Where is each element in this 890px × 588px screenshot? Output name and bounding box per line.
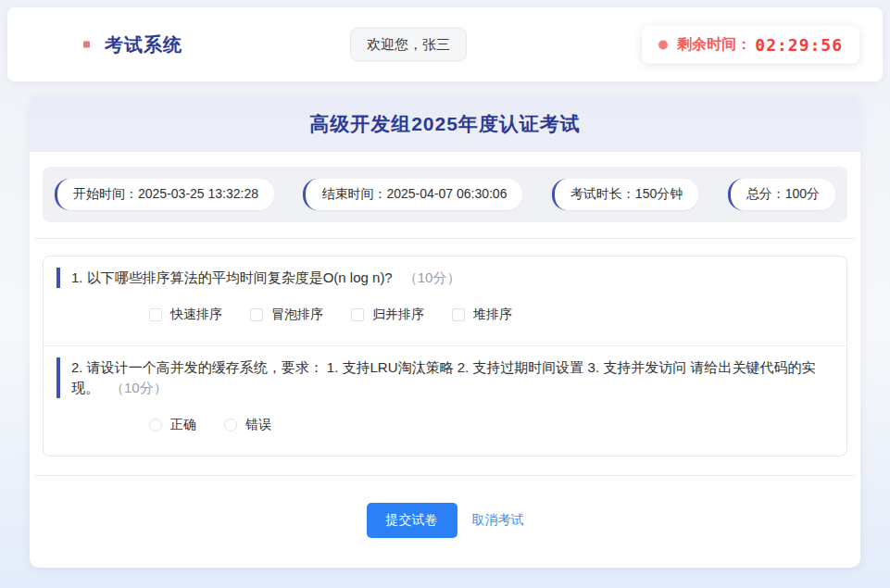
question-2-title: 2. 请设计一个高并发的缓存系统，要求： 1. 支持LRU淘汰策略 2. 支持过… [56,357,824,398]
brand: 考试系统 [83,32,182,57]
logo-icon [83,42,90,48]
option-label[interactable]: 快速排序 [170,307,222,323]
remaining-time-card: 剩余时间： 02:29:56 [642,26,859,64]
app-header: 考试系统 欢迎您，张三 剩余时间： 02:29:56 [7,7,883,81]
exam-card: 高级开发组2025年度认证考试 开始时间：2025-03-25 13:32:28… [30,95,860,568]
question-2-score: （10分） [110,380,168,395]
radio-option-wrong[interactable]: 错误 [224,417,271,433]
checkbox-option-bubblesort[interactable]: 冒泡排序 [250,307,323,323]
checkbox-icon[interactable] [351,308,364,321]
question-2-options: 正确 错误 [149,417,824,433]
exam-meta-bar: 开始时间：2025-03-25 13:32:28 结束时间：2025-04-07… [43,167,847,222]
option-label[interactable]: 错误 [245,417,271,433]
checkbox-option-heapsort[interactable]: 堆排序 [452,307,512,323]
meta-total-score: 总分：100分 [728,179,835,210]
question-1-options: 快速排序 冒泡排序 归并排序 堆排序 [149,307,824,323]
checkbox-icon[interactable] [149,308,162,321]
timer-label: 剩余时间： [677,35,751,55]
option-label[interactable]: 冒泡排序 [271,307,323,323]
option-label[interactable]: 归并排序 [372,307,424,323]
question-1: 1. 以下哪些排序算法的平均时间复杂度是O(n log n)?（10分） 快速排… [44,256,846,345]
question-1-title: 1. 以下哪些排序算法的平均时间复杂度是O(n log n)?（10分） [56,268,824,288]
app-title: 考试系统 [105,32,182,57]
checkbox-icon[interactable] [250,308,263,321]
meta-duration: 考试时长：150分钟 [552,179,698,210]
radio-icon[interactable] [224,419,237,432]
exam-title-band: 高级开发组2025年度认证考试 [30,95,860,152]
radio-option-correct[interactable]: 正确 [149,417,196,433]
question-1-score: （10分） [404,269,461,285]
timer-value: 02:29:56 [755,35,843,55]
exam-title: 高级开发组2025年度认证考试 [30,111,860,137]
question-2: 2. 请设计一个高并发的缓存系统，要求： 1. 支持LRU淘汰策略 2. 支持过… [44,346,846,456]
meta-end-time: 结束时间：2025-04-07 06:30:06 [303,179,522,210]
timer-dot-icon [658,40,668,49]
option-label[interactable]: 正确 [170,417,196,433]
divider [35,238,855,239]
welcome-badge: 欢迎您，张三 [350,28,467,62]
submit-exam-button[interactable]: 提交试卷 [367,503,458,538]
checkbox-icon[interactable] [452,308,465,321]
question-2-text: 2. 请设计一个高并发的缓存系统，要求： 1. 支持LRU淘汰策略 2. 支持过… [71,359,815,395]
cancel-exam-link[interactable]: 取消考试 [472,512,524,529]
checkbox-option-mergesort[interactable]: 归并排序 [351,307,424,323]
option-label[interactable]: 堆排序 [473,307,512,323]
meta-start-time: 开始时间：2025-03-25 13:32:28 [55,179,274,210]
questions-container: 1. 以下哪些排序算法的平均时间复杂度是O(n log n)?（10分） 快速排… [43,256,847,457]
checkbox-option-quicksort[interactable]: 快速排序 [149,307,222,323]
radio-icon[interactable] [149,419,162,432]
footer-actions: 提交试卷 取消考试 [30,476,860,568]
question-1-text: 1. 以下哪些排序算法的平均时间复杂度是O(n log n)? [71,269,393,285]
